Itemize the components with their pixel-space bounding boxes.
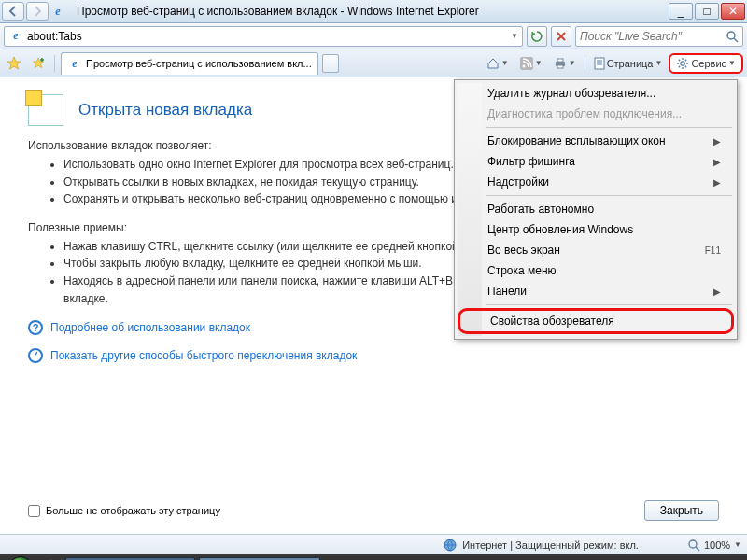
search-input[interactable] <box>580 30 726 43</box>
address-dropdown-icon[interactable]: ▼ <box>511 32 518 40</box>
menu-internet-options[interactable]: Свойства обозревателя <box>458 308 734 334</box>
tools-dropdown-menu: Удалить журнал обозревателя... Диагности… <box>454 79 738 340</box>
nav-forward-button[interactable] <box>26 2 49 21</box>
page-menu-label: Страница <box>607 58 654 69</box>
internet-zone-icon <box>444 539 457 552</box>
zoom-icon <box>687 539 700 552</box>
zoom-value: 100% <box>704 539 730 551</box>
close-button[interactable]: ✕ <box>721 3 745 20</box>
menu-windows-update[interactable]: Центр обновления Windows <box>458 219 734 240</box>
ie-icon: e <box>50 4 65 19</box>
window-title: Просмотр веб-страниц с использованием вк… <box>77 5 479 18</box>
stop-button[interactable] <box>551 26 571 47</box>
menu-toolbars[interactable]: Панели▶ <box>458 281 734 301</box>
svg-point-9 <box>689 540 697 548</box>
active-tab[interactable]: e Просмотр веб-страниц с использованием … <box>61 52 318 75</box>
window-titlebar: e Просмотр веб-страниц с использованием … <box>0 0 747 23</box>
dont-show-checkbox[interactable] <box>28 505 40 517</box>
menu-addons[interactable]: Надстройки▶ <box>458 172 734 192</box>
menu-diagnose-connection: Диагностика проблем подключения... <box>458 104 734 124</box>
add-favorite-button[interactable] <box>28 53 49 74</box>
page-title: Открыта новая вкладка <box>78 101 252 119</box>
page-icon <box>594 57 605 70</box>
menu-menubar[interactable]: Строка меню <box>458 260 734 281</box>
svg-point-2 <box>522 64 525 67</box>
svg-rect-6 <box>595 58 604 69</box>
submenu-arrow-icon: ▶ <box>713 157 721 167</box>
close-tab-button[interactable]: Закрыть <box>644 500 719 521</box>
dont-show-label: Больше не отображать эту страницу <box>46 505 220 516</box>
page-menu-button[interactable]: Страница▼ <box>589 53 668 74</box>
menu-fullscreen[interactable]: Во весь экранF11 <box>458 240 734 260</box>
new-tab-button[interactable] <box>322 54 339 73</box>
tab-page-icon: e <box>67 56 82 71</box>
tab-toolbar-row: e Просмотр веб-страниц с использованием … <box>0 49 747 77</box>
address-bar[interactable]: e ▼ <box>4 26 523 47</box>
menu-phishing-filter[interactable]: Фильтр фишинга▶ <box>458 151 734 172</box>
submenu-arrow-icon: ▶ <box>713 136 721 147</box>
feeds-button[interactable]: ▼ <box>515 53 547 74</box>
menu-work-offline[interactable]: Работать автономно <box>458 199 734 219</box>
rss-icon <box>520 57 533 70</box>
print-icon <box>554 57 567 70</box>
maximize-button[interactable]: □ <box>695 3 719 20</box>
menu-delete-history[interactable]: Удалить журнал обозревателя... <box>458 83 734 104</box>
svg-rect-5 <box>557 65 563 68</box>
help-icon: ? <box>28 320 43 335</box>
gear-icon <box>676 57 689 70</box>
search-box[interactable] <box>575 26 743 47</box>
nav-back-button[interactable] <box>2 2 24 21</box>
print-button[interactable]: ▼ <box>549 53 581 74</box>
zoom-control[interactable]: 100% ▼ <box>687 539 741 552</box>
tab-label: Просмотр веб-страниц с использованием вк… <box>86 58 312 69</box>
more-about-tabs-link[interactable]: Подробнее об использовании вкладок <box>50 321 250 334</box>
status-zone-text: Интернет | Защищенный режим: вкл. <box>462 539 639 551</box>
favorites-star-button[interactable] <box>4 53 24 74</box>
svg-point-7 <box>681 61 684 64</box>
search-icon[interactable] <box>726 30 739 43</box>
refresh-button[interactable] <box>527 26 547 47</box>
status-bar: Интернет | Защищенный режим: вкл. 100% ▼ <box>0 534 747 554</box>
taskbar: Панель управления e Просмотр веб-стр... … <box>0 554 747 560</box>
tools-menu-button[interactable]: Сервис▼ <box>669 53 743 74</box>
start-button[interactable] <box>4 554 37 560</box>
chevron-down-icon: ˅ <box>28 348 43 363</box>
home-icon <box>486 57 500 70</box>
new-tab-icon <box>28 94 63 126</box>
svg-point-0 <box>727 32 735 39</box>
page-icon: e <box>8 29 23 44</box>
show-other-ways-link[interactable]: Показать другие способы быстрого переклю… <box>50 349 357 362</box>
windows-orb-icon <box>8 556 33 560</box>
address-input[interactable] <box>27 30 511 43</box>
svg-rect-4 <box>557 59 563 62</box>
chevron-down-icon[interactable]: ▼ <box>734 540 741 549</box>
tools-menu-label: Сервис <box>691 58 726 69</box>
home-button[interactable]: ▼ <box>482 53 514 74</box>
page-content: Открыта новая вкладка Использование вкла… <box>0 77 747 534</box>
minimize-button[interactable]: _ <box>669 3 693 20</box>
submenu-arrow-icon: ▶ <box>713 287 721 297</box>
submenu-arrow-icon: ▶ <box>713 177 721 188</box>
menu-popup-blocker[interactable]: Блокирование всплывающих окон▶ <box>458 131 734 151</box>
address-bar-row: e ▼ <box>0 23 747 49</box>
